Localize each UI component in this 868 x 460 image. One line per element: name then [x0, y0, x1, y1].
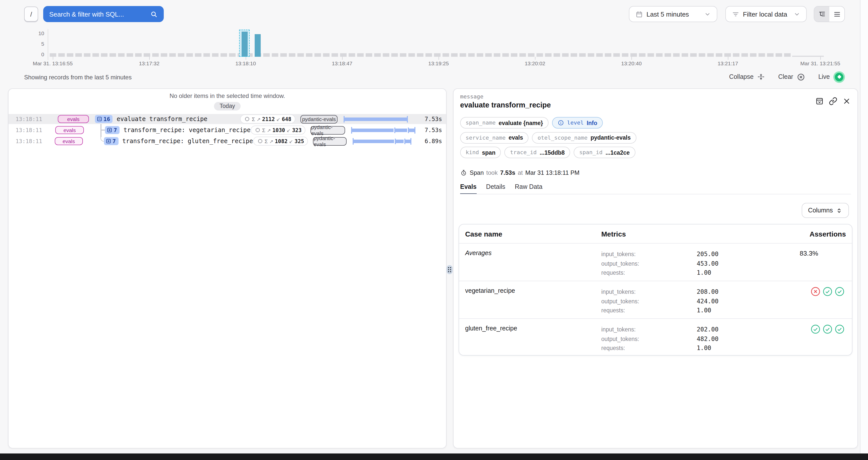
output-tokens-arrow-icon: ↙: [286, 127, 290, 133]
live-toggle[interactable]: Live: [818, 71, 845, 83]
trace-row[interactable]: 13:18:11 evals 7 transform_recipe: veget…: [8, 125, 446, 135]
header-metrics: Metrics: [601, 230, 792, 238]
collapse-label: Collapse: [729, 73, 753, 80]
dock-panel-button[interactable]: [815, 97, 824, 105]
slash-shortcut-key: /: [24, 6, 38, 22]
x-axis-tick-label: 13:20:02: [525, 60, 545, 66]
input-tokens-arrow-icon: ↗: [267, 127, 271, 133]
chevrons-up-down-icon: [836, 207, 842, 214]
x-axis-tick-label: 13:18:47: [332, 60, 352, 66]
attribute-pill-trace-id[interactable]: trace_id ...15ddb8: [504, 146, 570, 158]
attribute-value: Info: [587, 120, 597, 126]
tab-raw-data[interactable]: Raw Data: [515, 183, 542, 194]
copy-link-button[interactable]: [829, 97, 837, 105]
y-axis-tick-label: 10: [27, 30, 44, 36]
token-metrics-chip[interactable]: Σ ↗ 2112 ↙ 648: [240, 114, 296, 124]
duration-bar[interactable]: [353, 136, 415, 146]
histogram-bar[interactable]: [255, 34, 261, 57]
span-title: evaluate transform_recipe: [460, 101, 551, 109]
x-axis-tick: [342, 57, 343, 60]
records-summary-text: Showing records from the last 5 minutes: [24, 74, 132, 81]
sigma-icon: Σ: [265, 138, 268, 144]
panel-resize-handle[interactable]: [446, 265, 453, 274]
assertion-pass-icon[interactable]: [834, 286, 845, 316]
close-button[interactable]: [842, 97, 851, 105]
list-view-button[interactable]: [829, 6, 844, 22]
time-range-dropdown[interactable]: Last 5 minutes: [629, 6, 717, 22]
tabs-divider: [460, 194, 851, 194]
clear-button[interactable]: Clear: [778, 72, 805, 81]
scope-badge[interactable]: pydantic-evals: [311, 126, 345, 134]
columns-button[interactable]: Columns: [801, 203, 849, 218]
scope-badge[interactable]: pydantic-evals: [313, 137, 347, 145]
input-tokens-value: 1030: [272, 127, 285, 133]
x-axis-tick-label: 13:18:10: [235, 60, 256, 66]
x-axis-tick: [728, 57, 728, 60]
y-axis-tick-label: 0: [27, 51, 44, 57]
attribute-pill-span-id[interactable]: span_id ...1ca2ce: [574, 146, 635, 158]
evals-tag-badge[interactable]: evals: [55, 126, 84, 134]
evals-tag-badge[interactable]: evals: [55, 137, 83, 145]
date-chip-today[interactable]: Today: [214, 102, 240, 110]
metric-label: output_tokens:: [601, 334, 697, 343]
token-metrics-chip[interactable]: Σ ↗ 1082 ↙ 325: [253, 137, 308, 145]
axis-tail-line: [792, 56, 824, 57]
duration-text: 7.53s: [416, 116, 442, 123]
assertion-pass-icon[interactable]: [822, 286, 833, 316]
timeline-chart[interactable]: 10 5 0 Mar 31. 13:16:55 13:17:32 13:18:1…: [0, 29, 868, 71]
attribute-pill-service-name[interactable]: service_name evals: [460, 132, 529, 143]
collapse-children-toggle[interactable]: 16: [95, 115, 113, 123]
expand-children-toggle[interactable]: 7: [104, 137, 118, 145]
assertion-fail-icon[interactable]: [810, 286, 821, 316]
assertion-pass-icon[interactable]: [834, 324, 845, 353]
output-tokens-arrow-icon: ↙: [276, 116, 280, 122]
evals-tag-badge[interactable]: evals: [58, 115, 89, 123]
attribute-key: trace_id: [510, 149, 537, 156]
calendar-icon: [636, 10, 643, 18]
tab-evals[interactable]: Evals: [460, 183, 476, 194]
span-duration-value: 7.53s: [500, 169, 515, 176]
trace-row[interactable]: 13:18:11 evals 7 transform_recipe: glute…: [8, 136, 446, 146]
table-row: Averages input_tokens: output_tokens: re…: [459, 243, 852, 281]
x-axis-tick: [53, 57, 53, 60]
x-axis-tick: [438, 57, 439, 60]
taskbar-edge: [0, 454, 868, 460]
trace-list-panel: No older items in the selected time wind…: [8, 88, 446, 449]
detail-tabs: Evals Details Raw Data: [460, 183, 542, 194]
row-timestamp: 13:18:11: [16, 127, 45, 133]
filter-dropdown[interactable]: Filter local data: [725, 6, 807, 22]
took-word: took: [486, 169, 498, 176]
attribute-pill-span-name[interactable]: span_name evaluate {name}: [460, 117, 549, 129]
assertion-pass-icon[interactable]: [822, 324, 833, 353]
search-button[interactable]: Search & filter with SQL...: [43, 6, 164, 22]
duration-bar[interactable]: [351, 125, 414, 135]
token-metrics-chip[interactable]: Σ ↗ 1030 ↙ 323: [251, 126, 306, 135]
level-badge[interactable]: level Info: [552, 117, 603, 129]
attribute-key: level: [567, 120, 584, 126]
scope-badge[interactable]: pydantic-evals: [300, 115, 338, 123]
header-assertions: Assertions: [792, 230, 852, 238]
tab-details[interactable]: Details: [486, 183, 505, 194]
metric-label: input_tokens:: [601, 287, 697, 297]
filter-lines-icon: [732, 10, 739, 18]
time-range-label: Last 5 minutes: [647, 10, 689, 18]
case-name: gluten_free_recipe: [459, 325, 601, 353]
expand-children-toggle[interactable]: 7: [105, 126, 120, 134]
assertion-pass-icon[interactable]: [810, 324, 821, 353]
span-duration-line: Span took 7.53s at Mar 31 13:18:11 PM: [460, 169, 580, 176]
status-actions: Collapse Clear Live: [729, 70, 845, 84]
x-axis-tick-label: 13:21:17: [718, 60, 738, 66]
attribute-value: span: [482, 150, 496, 156]
duration-bar[interactable]: [344, 114, 412, 124]
input-tokens-value: 2112: [262, 116, 275, 122]
input-tokens-arrow-icon: ↗: [257, 116, 261, 122]
attribute-pill-kind[interactable]: kind span: [460, 146, 501, 158]
trace-row[interactable]: 13:18:11 evals 16 evaluate transform_rec…: [8, 114, 446, 124]
span-name: transform_recipe: vegetarian_recipe: [124, 127, 251, 134]
child-count: 7: [114, 127, 117, 133]
tree-view-button[interactable]: [814, 6, 829, 22]
metric-label: requests:: [601, 268, 697, 277]
collapse-button[interactable]: Collapse: [729, 73, 765, 81]
attribute-pill-otel-scope-name[interactable]: otel_scope_name pydantic-evals: [532, 132, 637, 143]
scrollbar-gutter[interactable]: [860, 0, 868, 454]
